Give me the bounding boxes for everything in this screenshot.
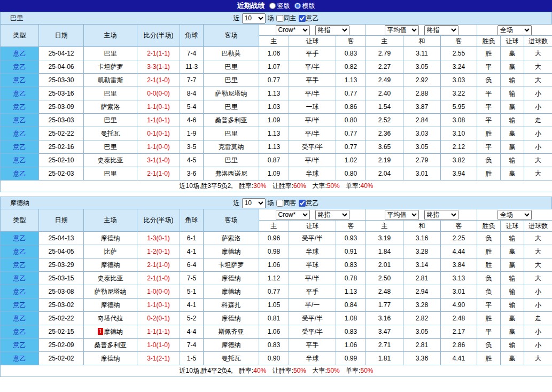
score-cell[interactable]: 1-3(0-1) <box>137 232 180 245</box>
away-team-cell[interactable]: 萨索洛 <box>204 232 259 245</box>
home-team[interactable]: 巴里 <box>104 143 117 151</box>
score-cell[interactable]: 1-1(0-1) <box>137 100 180 114</box>
league-cell[interactable]: 意乙 <box>1 299 39 312</box>
league-filter[interactable]: 意乙 <box>299 14 319 23</box>
average-stage-select[interactable]: 终指 <box>424 25 458 35</box>
away-team[interactable]: 科森扎 <box>222 301 241 309</box>
away-team-cell[interactable]: 摩德纳 <box>204 312 259 325</box>
same-venue-filter[interactable]: 同客 <box>276 199 297 208</box>
home-team[interactable]: 巴里 <box>104 116 117 124</box>
away-team[interactable]: 巴里 <box>225 130 238 137</box>
same-venue-checkbox[interactable] <box>276 200 283 207</box>
away-team[interactable]: 摩德纳 <box>222 315 241 322</box>
home-team[interactable]: 曼托瓦 <box>101 130 120 137</box>
score-cell[interactable]: 2-1(1-0) <box>137 258 180 272</box>
score-cell[interactable]: 1-1(0-1) <box>137 114 180 127</box>
away-team[interactable]: 斯佩齐亚 <box>219 328 244 335</box>
home-team[interactable]: 凯勒雷斯 <box>98 76 123 84</box>
layout-option-vertical[interactable]: 竖版 <box>269 2 290 11</box>
away-team-cell[interactable]: 巴里 <box>204 154 259 167</box>
scope-select[interactable]: 全场 <box>497 25 532 35</box>
away-team-cell[interactable]: 卡坦萨罗 <box>204 258 259 272</box>
home-team[interactable]: 摩德纳 <box>101 301 120 309</box>
away-team-cell[interactable]: 巴勒莫 <box>204 47 259 60</box>
away-team[interactable]: 巴勒莫 <box>222 50 241 57</box>
home-team-cell[interactable]: 摩德纳 <box>84 299 137 312</box>
home-team-cell[interactable]: 摩德纳 <box>84 258 137 272</box>
home-team-cell[interactable]: 桑普多利亚 <box>84 339 137 352</box>
league-cell[interactable]: 意乙 <box>1 285 39 299</box>
home-team[interactable]: 桑普多利亚 <box>95 341 127 349</box>
home-team-cell[interactable]: 巴里 <box>84 87 137 100</box>
away-team-cell[interactable]: 科森扎 <box>204 299 259 312</box>
home-team[interactable]: 卡坦萨罗 <box>98 63 123 70</box>
match-count-select[interactable]: 10 <box>242 13 266 23</box>
away-team[interactable]: 萨索洛 <box>222 234 241 242</box>
score-cell[interactable]: 0-0(0-0) <box>137 87 180 100</box>
league-cell[interactable]: 意乙 <box>1 272 39 285</box>
league-checkbox[interactable] <box>299 15 306 22</box>
home-team-cell[interactable]: 曼托瓦 <box>84 127 137 140</box>
away-team-cell[interactable]: 摩德纳 <box>204 245 259 258</box>
home-team-cell[interactable]: 巴里 <box>84 140 137 154</box>
away-team-cell[interactable]: 曼托瓦 <box>204 352 259 365</box>
home-team[interactable]: 巴里 <box>104 50 117 57</box>
away-team[interactable]: 萨勒尼塔纳 <box>215 90 247 97</box>
league-cell[interactable]: 意乙 <box>1 74 39 87</box>
home-team[interactable]: 史泰比亚 <box>98 156 123 164</box>
away-team[interactable]: 巴里 <box>225 63 238 70</box>
horizontal-layout-radio[interactable] <box>294 3 301 9</box>
league-cell[interactable]: 意乙 <box>1 100 39 114</box>
league-cell[interactable]: 意乙 <box>1 232 39 245</box>
home-team[interactable]: 巴里 <box>104 90 117 97</box>
match-count-select[interactable]: 10 <box>242 198 266 208</box>
league-checkbox[interactable] <box>299 200 306 207</box>
score-cell[interactable]: 2-1(1-0) <box>137 272 180 285</box>
league-cell[interactable]: 意乙 <box>1 87 39 100</box>
home-team[interactable]: 比萨 <box>104 248 117 255</box>
home-team-cell[interactable]: 摩德纳 <box>84 352 137 365</box>
home-team-cell[interactable]: 巴里 <box>84 114 137 127</box>
league-cell[interactable]: 意乙 <box>1 60 39 74</box>
home-team-cell[interactable]: 巴里 <box>84 47 137 60</box>
average-select[interactable]: 平均值 <box>385 210 419 220</box>
away-team-cell[interactable]: 萨勒尼塔纳 <box>204 87 259 100</box>
away-team[interactable]: 巴里 <box>225 156 238 164</box>
league-cell[interactable]: 意乙 <box>1 47 39 60</box>
away-team[interactable]: 曼托瓦 <box>222 355 241 362</box>
score-cell[interactable]: 3-1(1-0) <box>137 154 180 167</box>
home-team[interactable]: 萨索洛 <box>101 103 120 111</box>
home-team[interactable]: 史泰比亚 <box>98 275 123 282</box>
score-cell[interactable]: 1-2(0-1) <box>137 245 180 258</box>
score-cell[interactable]: 2-1(1-1) <box>137 47 180 60</box>
league-cell[interactable]: 意乙 <box>1 339 39 352</box>
away-team[interactable]: 卡坦萨罗 <box>219 261 244 269</box>
home-team[interactable]: 摩德纳 <box>104 328 123 335</box>
away-team-cell[interactable]: 巴里 <box>204 60 259 74</box>
score-cell[interactable]: 1-1(1-1) <box>137 325 180 339</box>
home-team-cell[interactable]: 凯勒雷斯 <box>84 74 137 87</box>
away-team[interactable]: 克雷莫纳 <box>219 143 244 151</box>
score-cell[interactable]: 2-1(1-0) <box>137 74 180 87</box>
away-team[interactable]: 摩德纳 <box>222 341 241 349</box>
league-cell[interactable]: 意乙 <box>1 154 39 167</box>
bookmaker-select[interactable]: Crow* <box>276 210 310 220</box>
home-team[interactable]: 萨勒尼塔纳 <box>95 288 127 295</box>
away-team-cell[interactable]: 摩德纳 <box>204 272 259 285</box>
away-team-cell[interactable]: 斯佩齐亚 <box>204 325 259 339</box>
score-cell[interactable]: 1-1(0-0) <box>137 140 180 154</box>
away-team-cell[interactable]: 巴里 <box>204 127 259 140</box>
score-cell[interactable]: 1-1(0-1) <box>137 299 180 312</box>
away-team-cell[interactable]: 摩德纳 <box>204 339 259 352</box>
league-cell[interactable]: 意乙 <box>1 245 39 258</box>
odds-stage-select[interactable]: 终指 <box>315 210 349 220</box>
home-team[interactable]: 奇塔代拉 <box>98 315 123 322</box>
same-venue-filter[interactable]: 同主 <box>276 14 297 23</box>
score-cell[interactable]: 0-2(0-1) <box>137 312 180 325</box>
away-team-cell[interactable]: 弗洛西诺尼 <box>204 167 259 181</box>
score-cell[interactable]: 2-1(1-0) <box>137 167 180 181</box>
home-team-cell[interactable]: 萨勒尼塔纳 <box>84 285 137 299</box>
home-team-cell[interactable]: 卡坦萨罗 <box>84 60 137 74</box>
away-team[interactable]: 摩德纳 <box>222 275 241 282</box>
away-team[interactable]: 摩德纳 <box>222 248 241 255</box>
